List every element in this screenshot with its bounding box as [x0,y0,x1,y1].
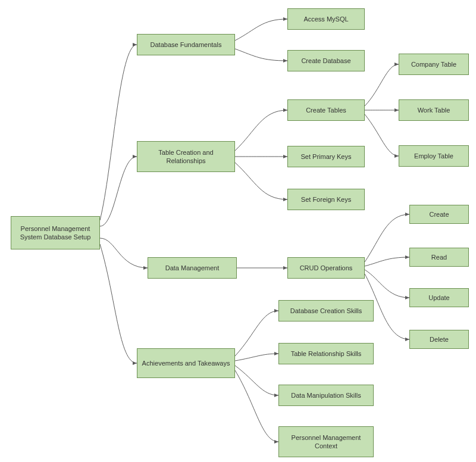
node-label: Create Database [301,57,350,65]
node-data-management: Data Management [148,257,237,279]
node-label: Company Table [411,60,456,68]
node-label: Set Foreign Keys [301,195,351,204]
node-delete: Delete [409,330,469,349]
node-set-primary-keys: Set Primary Keys [287,146,365,167]
node-label: Database Fundamentals [151,40,222,49]
node-label: Set Primary Keys [301,152,352,161]
node-table-relationship-skills: Table Relationship Skills [278,343,374,364]
node-update: Update [409,288,469,307]
node-label: Data Manipulation Skills [291,391,361,399]
node-set-foreign-keys: Set Foreign Keys [287,189,365,210]
node-access-mysql: Access MySQL [287,8,365,30]
node-label: Personnel Management System Database Set… [15,224,96,242]
node-data-manipulation-skills: Data Manipulation Skills [278,385,374,406]
node-label: Create Tables [306,106,346,114]
node-label: Table Creation and Relationships [141,148,231,166]
node-create-tables: Create Tables [287,99,365,121]
node-create: Create [409,205,469,224]
node-read: Read [409,248,469,267]
node-achievements: Achievements and Takeaways [137,348,235,378]
node-root: Personnel Management System Database Set… [11,216,100,249]
node-db-fundamentals: Database Fundamentals [137,34,235,55]
node-work-table: Work Table [399,99,469,121]
node-label: Create [429,210,449,218]
node-label: Database Creation Skills [290,307,362,315]
node-label: Employ Table [414,152,453,160]
node-label: Table Relationship Skills [291,349,362,358]
node-company-table: Company Table [399,54,469,75]
node-label: Data Management [165,264,220,272]
node-label: Achievements and Takeaways [142,359,230,367]
node-label: Access MySQL [303,15,348,23]
node-create-database: Create Database [287,50,365,71]
node-crud: CRUD Operations [287,257,365,279]
node-label: Delete [430,335,449,344]
node-label: Work Table [418,106,450,114]
node-label: Read [431,253,447,261]
node-db-creation-skills: Database Creation Skills [278,300,374,321]
diagram-canvas: Personnel Management System Database Set… [0,0,476,462]
node-table-relationships: Table Creation and Relationships [137,141,235,172]
node-label: Personnel Management Context [283,433,369,451]
node-employ-table: Employ Table [399,145,469,167]
node-label: Update [428,294,449,302]
node-pm-context: Personnel Management Context [278,426,374,457]
node-label: CRUD Operations [300,264,353,272]
